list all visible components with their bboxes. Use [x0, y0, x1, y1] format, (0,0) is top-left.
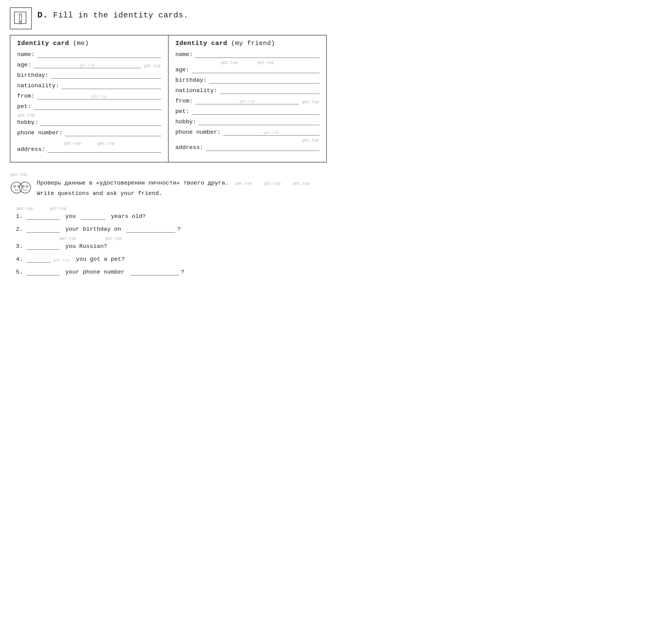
q2-text2: ?: [177, 226, 180, 233]
q5-blank2[interactable]: [130, 269, 179, 276]
svg-point-6: [14, 185, 16, 187]
q4-text1: you got a pet?: [72, 256, 125, 263]
card-friend-title: Identity card (my friend): [175, 40, 320, 47]
svg-point-5: [11, 182, 22, 193]
faces-icon: [10, 179, 31, 196]
bottom-section: Проверь данные в «удостоверении личности…: [10, 178, 327, 282]
q2-number: 2.: [16, 226, 24, 233]
watermark-friend-from2: gdz.top: [301, 100, 320, 104]
pencil-icon: [13, 11, 28, 26]
q1-text2: years old?: [107, 213, 146, 220]
watermark-friend-name: gdz.top: [220, 60, 238, 65]
task-letter: D.: [37, 10, 48, 20]
field-friend-from: from: gdz.top gdz.top: [175, 97, 320, 104]
q3-number: 3.: [16, 243, 24, 250]
field-friend-address: address:: [175, 144, 320, 151]
field-friend-age: age:: [175, 66, 320, 73]
q5-blank1[interactable]: [26, 269, 60, 276]
task-text: Fill in the identity cards.: [53, 11, 189, 20]
questions-list: gdz.top gdz.top 1. you years old? 2. you…: [10, 205, 327, 282]
field-me-age: age: gdz.top gdz.top: [17, 62, 161, 68]
question-2: 2. your birthday on ?: [16, 226, 327, 233]
field-me-address: address:: [17, 146, 161, 153]
header-row: D. Fill in the identity cards.: [10, 7, 327, 29]
q2-text1: your birthday on: [62, 226, 125, 233]
field-me-birthday: birthday:: [17, 72, 161, 79]
field-me-hobby: hobby:: [17, 119, 161, 126]
wm-instr3: gdz.top: [292, 180, 310, 187]
card-me: Identity card (me) name: age: gdz.top gd…: [10, 35, 168, 162]
q2-blank1[interactable]: [26, 226, 60, 233]
card-me-title: Identity card (me): [17, 40, 161, 47]
wm-q1-b: gdz.top: [49, 206, 67, 211]
svg-point-10: [26, 185, 28, 187]
instruction-text: Проверь данные в «удостоверении личности…: [37, 178, 310, 198]
q1-number: 1.: [16, 213, 24, 220]
q5-number: 5.: [16, 269, 24, 276]
field-friend-nationality: nationality:: [175, 87, 320, 94]
q3-blank1[interactable]: [26, 243, 60, 250]
question-5: 5. your phone number ?: [16, 269, 327, 276]
q1-text1: you: [62, 213, 79, 220]
wm-instr2: gdz.top: [263, 180, 282, 187]
watermark-friend-name2: gdz.top: [257, 60, 275, 65]
wm-q2-a: gdz.top: [59, 236, 77, 241]
watermark-friend-phone2: gdz.top: [301, 138, 320, 143]
wm-instr1: gdz.top: [235, 180, 253, 187]
watermark-me-age2: gdz.top: [143, 64, 161, 68]
field-me-pet: pet:: [17, 103, 161, 110]
identity-cards-table: Identity card (me) name: age: gdz.top gd…: [10, 35, 327, 162]
field-me-nationality: nationality:: [17, 82, 161, 89]
svg-point-7: [18, 185, 19, 187]
question-3: 3. you Russian?: [16, 243, 327, 250]
wm-q4: gdz.top: [52, 258, 71, 263]
q4-number: 4.: [16, 256, 24, 263]
question-1: 1. you years old?: [16, 213, 327, 220]
q1-blank1[interactable]: [26, 213, 60, 220]
field-friend-phone: phone number: gdz.top: [175, 129, 320, 136]
watermark-me-phone-below: gdz.top: [63, 141, 81, 146]
wm-q1-a: gdz.top: [16, 206, 34, 211]
field-friend-name: name:: [175, 51, 320, 58]
q1-blank2[interactable]: [81, 213, 106, 220]
field-friend-pet: pet:: [175, 108, 320, 115]
question-4: 4. gdz.top you got a pet?: [16, 256, 327, 263]
instruction-line2: Write questions and ask your friend.: [37, 189, 310, 198]
card-friend: Identity card (my friend) name: gdz.top …: [168, 35, 326, 162]
q5-text1: your phone number: [62, 269, 128, 276]
q2-blank2[interactable]: [126, 226, 175, 233]
q3-text1: you Russian?: [62, 243, 107, 250]
instruction-line1: Проверь данные в «удостоверении личности…: [37, 178, 310, 188]
header-title: D. Fill in the identity cards.: [37, 7, 189, 20]
pencil-icon-box: [10, 7, 32, 29]
svg-point-9: [22, 185, 24, 187]
q5-text2: ?: [181, 269, 184, 276]
field-friend-birthday: birthday:: [175, 77, 320, 84]
watermark-me-phone-below2: gdz.top: [97, 141, 115, 146]
svg-point-8: [20, 182, 30, 193]
face-icon-box: [10, 178, 32, 197]
instruction-row: Проверь данные в «удостоверении личности…: [10, 178, 327, 198]
watermark-bottom-left: gdz.top: [10, 172, 28, 177]
field-me-phone: phone number:: [17, 129, 161, 136]
q4-blank1[interactable]: [26, 256, 51, 263]
watermark-me-pet-below: gdz.top: [17, 113, 35, 117]
field-friend-hobby: hobby:: [175, 118, 320, 125]
wm-q2-b: gdz.top: [104, 236, 123, 241]
field-me-from: from: gdz.top: [17, 93, 161, 100]
field-me-name: name:: [17, 51, 161, 58]
